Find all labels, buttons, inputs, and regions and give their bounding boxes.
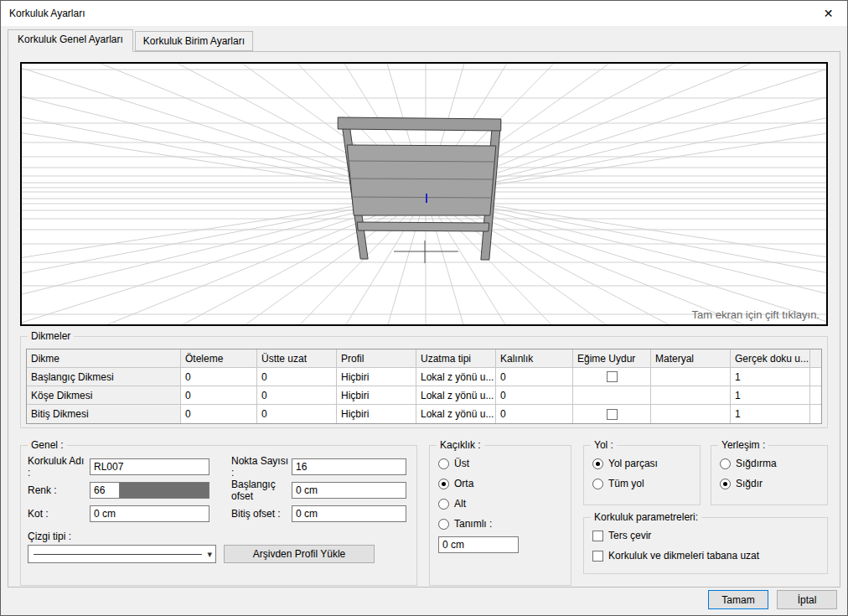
field-row: Kot : Bitiş ofset : <box>28 505 410 523</box>
cell-dikme: Bitiş Dikmesi <box>27 405 181 423</box>
railing-model <box>338 117 501 263</box>
option-tabana-uzat[interactable]: Korkuluk ve dikmeleri tabana uzat <box>592 550 819 562</box>
table-header-row: Dikme Öteleme Üstte uzat Profil Uzatma t… <box>27 349 821 368</box>
cell-kalinlik[interactable]: 0 <box>496 405 573 423</box>
yol-yerlesim-row: Yol : Yol parçası Tüm yol Yerleşim : <box>583 445 828 505</box>
kacilik-groupbox: Kaçıklık : Üst Orta Alt Tanımlı : <box>429 445 571 586</box>
right-settings-column: Yol : Yol parçası Tüm yol Yerleşim : <box>583 445 828 586</box>
tanimli-radio[interactable] <box>438 519 449 530</box>
alt-radio[interactable] <box>438 499 449 510</box>
table-row-bitis-dikmesi: Bitiş Dikmesi 0 0 Hiçbiri Lokal z yönü u… <box>27 405 821 423</box>
kacilik-group-title: Kaçıklık : <box>437 439 484 451</box>
cell-gercek-doku[interactable]: 1 <box>731 386 810 405</box>
yol-group-title: Yol : <box>591 439 617 451</box>
cell-profil[interactable]: Hiçbiri <box>337 386 416 405</box>
option-ters-cevir[interactable]: Ters çevir <box>592 530 819 541</box>
ust-radio[interactable] <box>438 458 449 469</box>
cell-oteleme[interactable]: 0 <box>181 386 257 405</box>
bitis-ofset-input[interactable] <box>292 505 406 522</box>
korkuluk-adi-input[interactable] <box>90 458 209 475</box>
option-yol-parcasi[interactable]: Yol parçası <box>592 458 691 469</box>
kot-input[interactable] <box>90 505 209 522</box>
tamam-button[interactable]: Tamam <box>708 590 768 609</box>
cell-ustte-uzat[interactable]: 0 <box>257 386 337 405</box>
cell-gercek-doku[interactable]: 1 <box>731 405 810 423</box>
col-header-uzatma-tipi: Uzatma tipi <box>416 349 496 368</box>
cell-materyal[interactable] <box>651 368 731 386</box>
cell-profil[interactable]: Hiçbiri <box>337 368 416 386</box>
kot-label: Kot : <box>28 508 90 520</box>
preview-3d[interactable]: Tam ekran için çift tıklayın. <box>20 62 828 326</box>
table-row-baslangic-dikmesi: Başlangıç Dikmesi 0 0 Hiçbiri Lokal z yö… <box>27 368 821 386</box>
cell-filler <box>810 405 821 423</box>
cell-oteleme[interactable]: 0 <box>181 368 257 386</box>
titlebar: Korkuluk Ayarları ✕ <box>1 1 847 26</box>
option-label: Alt <box>454 498 466 510</box>
option-alt[interactable]: Alt <box>438 498 562 510</box>
cell-egime-uydur <box>573 368 651 386</box>
cell-gercek-doku[interactable]: 1 <box>731 368 810 386</box>
option-label: Sığdır <box>736 478 763 489</box>
genel-groupbox: Genel : Korkuluk Adı : Nokta Sayısı : Re… <box>20 445 417 586</box>
option-tanimli[interactable]: Tanımlı : <box>438 518 562 530</box>
tab-page-general: Tam ekran için çift tıklayın. Dikmeler D… <box>8 51 840 588</box>
cell-dikme: Başlangıç Dikmesi <box>27 368 181 386</box>
col-header-profil: Profil <box>337 349 416 368</box>
orta-radio[interactable] <box>438 479 449 489</box>
renk-input[interactable] <box>90 482 120 499</box>
cell-ustte-uzat[interactable]: 0 <box>257 405 337 423</box>
tanimli-value-input[interactable] <box>438 536 519 553</box>
cell-uzatma-tipi[interactable]: Lokal z yönü u... <box>416 368 496 386</box>
ters-cevir-checkbox[interactable] <box>592 531 603 541</box>
option-label: Sığdırma <box>736 458 777 469</box>
railing-3d-preview <box>22 64 826 324</box>
close-button[interactable]: ✕ <box>809 1 847 26</box>
cell-oteleme[interactable]: 0 <box>181 405 257 423</box>
egime-uydur-checkbox[interactable] <box>607 371 618 382</box>
window-title: Korkuluk Ayarları <box>1 8 809 19</box>
option-label: Yol parçası <box>608 458 658 469</box>
option-sigdirma[interactable]: Sığdırma <box>720 458 819 469</box>
korkuluk-adi-label: Korkuluk Adı : <box>28 455 90 479</box>
tum-yol-radio[interactable] <box>592 479 603 489</box>
cell-materyal[interactable] <box>651 386 731 405</box>
dikmeler-group-title: Dikmeler <box>28 330 74 342</box>
option-tum-yol[interactable]: Tüm yol <box>592 478 691 489</box>
cell-filler <box>810 386 821 405</box>
sigdirma-radio[interactable] <box>720 458 731 469</box>
cell-ustte-uzat[interactable]: 0 <box>257 368 337 386</box>
option-orta[interactable]: Orta <box>438 478 562 489</box>
color-swatch[interactable] <box>120 482 209 499</box>
archive-profile-button[interactable]: Arşivden Profil Yükle <box>224 545 375 563</box>
egime-uydur-checkbox[interactable] <box>607 409 618 420</box>
yerlesim-groupbox: Yerleşim : Sığdırma Sığdır <box>711 445 828 505</box>
cell-uzatma-tipi[interactable]: Lokal z yönü u... <box>416 405 496 423</box>
renk-label: Renk : <box>28 484 90 496</box>
sigdir-radio[interactable] <box>720 479 731 489</box>
tab-strip: Korkuluk Genel Ayarları Korkuluk Birim A… <box>8 31 847 51</box>
option-sigdir[interactable]: Sığdır <box>720 478 819 489</box>
yol-parcasi-radio[interactable] <box>592 458 603 469</box>
cell-profil[interactable]: Hiçbiri <box>337 405 416 423</box>
baslangic-ofset-input[interactable] <box>292 482 406 499</box>
option-ust[interactable]: Üst <box>438 458 562 469</box>
option-label: Ters çevir <box>608 530 651 541</box>
yol-groupbox: Yol : Yol parçası Tüm yol <box>583 445 701 505</box>
cell-kalinlik[interactable]: 0 <box>496 386 573 405</box>
tab-korkuluk-birim-ayarlari[interactable]: Korkuluk Birim Ayarları <box>135 31 253 51</box>
tabana-uzat-checkbox[interactable] <box>592 551 603 562</box>
tab-korkuluk-genel-ayarlari[interactable]: Korkuluk Genel Ayarları <box>8 29 133 52</box>
cell-uzatma-tipi[interactable]: Lokal z yönü u... <box>416 386 496 405</box>
nokta-sayisi-label: Nokta Sayısı : <box>231 455 292 479</box>
cell-kalinlik[interactable]: 0 <box>496 368 573 386</box>
cell-materyal[interactable] <box>651 405 731 423</box>
cell-dikme: Köşe Dikmesi <box>27 386 181 405</box>
nokta-sayisi-input[interactable] <box>292 458 406 475</box>
baslangic-ofset-label: Başlangıç ofset <box>231 479 292 502</box>
line-type-combobox[interactable]: ▾ <box>28 545 216 563</box>
dialog-footer: Tamam İptal <box>1 584 847 615</box>
iptal-button[interactable]: İptal <box>777 590 837 609</box>
korkuluk-parametreleri-groupbox: Korkuluk parametreleri: Ters çevir Korku… <box>583 517 828 574</box>
parametreler-group-title: Korkuluk parametreleri: <box>591 511 701 523</box>
field-row: Çizgi tipi : <box>28 530 410 543</box>
